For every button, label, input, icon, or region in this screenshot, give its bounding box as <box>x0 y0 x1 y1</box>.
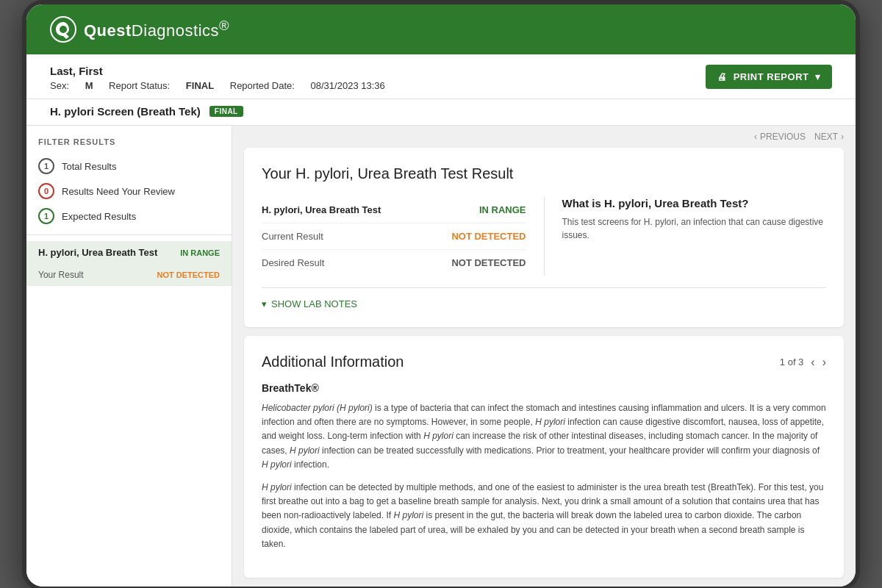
patient-status: Report Status: FINAL <box>109 80 217 91</box>
show-lab-notes-button[interactable]: ▾ SHOW LAB NOTES <box>262 287 826 309</box>
test-title-bar: H. pylori Screen (Breath Tek) FINAL <box>26 99 856 126</box>
current-result-label: Current Result <box>262 231 323 242</box>
page-prev-button[interactable]: ‹ <box>811 356 814 369</box>
desired-result-row: Desired Result NOT DETECTED <box>262 250 526 276</box>
total-results-label: Total Results <box>62 161 116 172</box>
sidebar-result-breath-test[interactable]: H. pylori, Urea Breath Test IN RANGE <box>26 241 232 264</box>
expected-results-badge: 1 <box>38 208 54 224</box>
app-header: QuestDiagnostics® <box>26 4 856 54</box>
content-area: ‹ PREVIOUS NEXT › Your H. pylori, Urea B… <box>232 126 856 587</box>
info-text: This test screens for H. pylori, an infe… <box>562 215 827 242</box>
next-button[interactable]: NEXT › <box>814 132 844 142</box>
filter-expected-results[interactable]: 1 Expected Results <box>26 204 232 229</box>
filter-label: FILTER RESULTS <box>26 137 232 154</box>
result-table: H. pylori, Urea Breath Test IN RANGE Cur… <box>262 197 826 276</box>
page-controls: 1 of 3 ‹ › <box>780 356 826 369</box>
svg-point-1 <box>60 26 67 33</box>
section-name: BreathTek® <box>262 382 826 394</box>
patient-date: Reported Date: 08/31/2023 13:36 <box>230 80 398 91</box>
patient-name: Last, First <box>50 65 412 77</box>
logo: QuestDiagnostics® <box>50 16 229 43</box>
result-item-status: IN RANGE <box>180 248 220 257</box>
sidebar-divider <box>26 234 232 235</box>
sidebar-result-your-result[interactable]: Your Result NOT DETECTED <box>26 264 232 286</box>
current-result-row: Current Result NOT DETECTED <box>262 223 526 250</box>
section-paragraph-1: Helicobacter pylori (H pylori) is a type… <box>262 401 826 472</box>
chevron-right-icon: › <box>841 132 844 142</box>
sidebar: FILTER RESULTS 1 Total Results 0 Results… <box>26 126 232 587</box>
main-layout: FILTER RESULTS 1 Total Results 0 Results… <box>26 126 856 587</box>
info-title: What is H. pylori, Urea Breath Test? <box>562 197 827 209</box>
logo-text: QuestDiagnostics® <box>84 18 229 40</box>
section-paragraph-2: H pylori infection can be detected by mu… <box>262 481 826 551</box>
desired-result-value: NOT DETECTED <box>451 257 526 268</box>
test-status-value: IN RANGE <box>479 204 526 215</box>
result-item-sub-status: NOT DETECTED <box>157 270 220 279</box>
page-next-button[interactable]: › <box>822 356 826 369</box>
additional-info-header: Additional Information 1 of 3 ‹ › <box>262 354 826 370</box>
result-card: Your H. pylori, Urea Breath Test Result … <box>244 148 844 327</box>
chevron-down-icon: ▾ <box>262 298 267 309</box>
result-item-name: H. pylori, Urea Breath Test <box>38 247 157 258</box>
patient-bar: Last, First Sex: M Report Status: FINAL … <box>26 54 856 99</box>
patient-info: Last, First Sex: M Report Status: FINAL … <box>50 65 412 91</box>
test-title: H. pylori Screen (Breath Tek) <box>50 105 201 118</box>
result-header-row: H. pylori, Urea Breath Test IN RANGE <box>262 197 526 223</box>
test-name-label: H. pylori, Urea Breath Test <box>262 204 381 215</box>
filter-total-results[interactable]: 1 Total Results <box>26 154 232 179</box>
additional-info-card: Additional Information 1 of 3 ‹ › Breath… <box>244 336 844 578</box>
result-item-sub: Your Result <box>38 270 84 280</box>
result-card-title: Your H. pylori, Urea Breath Test Result <box>262 165 826 182</box>
needs-review-label: Results Need Your Review <box>62 186 175 197</box>
result-left-panel: H. pylori, Urea Breath Test IN RANGE Cur… <box>262 197 545 276</box>
current-result-value: NOT DETECTED <box>451 231 526 242</box>
expected-results-label: Expected Results <box>62 211 136 222</box>
patient-sex: Sex: M <box>50 80 96 91</box>
chevron-left-icon: ‹ <box>754 132 757 142</box>
final-badge: FINAL <box>209 106 243 117</box>
additional-info-title: Additional Information <box>262 354 404 370</box>
patient-meta: Sex: M Report Status: FINAL Reported Dat… <box>50 80 412 91</box>
total-results-badge: 1 <box>38 158 54 174</box>
desired-result-label: Desired Result <box>262 257 324 268</box>
needs-review-badge: 0 <box>38 183 54 199</box>
printer-icon: 🖨 <box>717 71 728 82</box>
print-report-button[interactable]: 🖨 PRINT REPORT ▾ <box>706 65 832 89</box>
filter-needs-review[interactable]: 0 Results Need Your Review <box>26 179 232 204</box>
result-right-panel: What is H. pylori, Urea Breath Test? Thi… <box>545 197 827 276</box>
page-indicator: 1 of 3 <box>780 356 804 368</box>
quest-logo-icon <box>50 16 76 43</box>
content-nav: ‹ PREVIOUS NEXT › <box>232 126 856 148</box>
previous-button[interactable]: ‹ PREVIOUS <box>754 132 806 142</box>
